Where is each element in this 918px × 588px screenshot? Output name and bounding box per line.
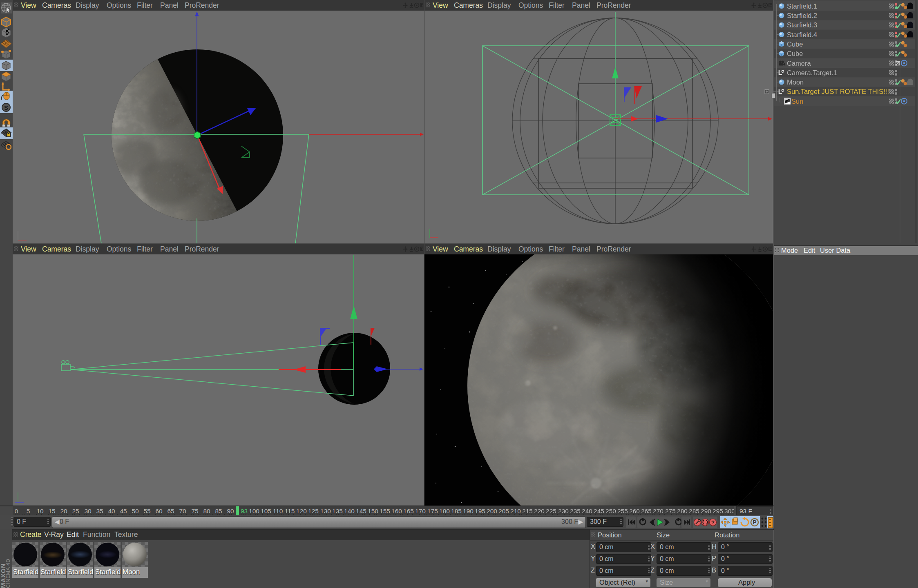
svg-text:Starfield.4: Starfield.4 [787, 31, 817, 38]
svg-text:Sun.Target JUST ROTATE THIS!!!: Sun.Target JUST ROTATE THIS!!!! [787, 88, 891, 95]
svg-text:Camera.Target.1: Camera.Target.1 [787, 69, 837, 76]
svg-text:S: S [4, 104, 8, 111]
svg-text:Starfield.2: Starfield.2 [787, 12, 817, 19]
svg-text:Sun: Sun [791, 98, 803, 105]
svg-text:Starfield.3: Starfield.3 [787, 21, 817, 29]
svg-text:Starfield.1: Starfield.1 [787, 2, 817, 10]
svg-text:Cube: Cube [787, 40, 803, 48]
svg-text:Moon: Moon [787, 78, 804, 86]
svg-text:Camera: Camera [787, 60, 811, 67]
svg-text:?: ? [711, 519, 715, 526]
svg-text:P: P [753, 519, 756, 526]
svg-text:Cube: Cube [787, 50, 803, 57]
